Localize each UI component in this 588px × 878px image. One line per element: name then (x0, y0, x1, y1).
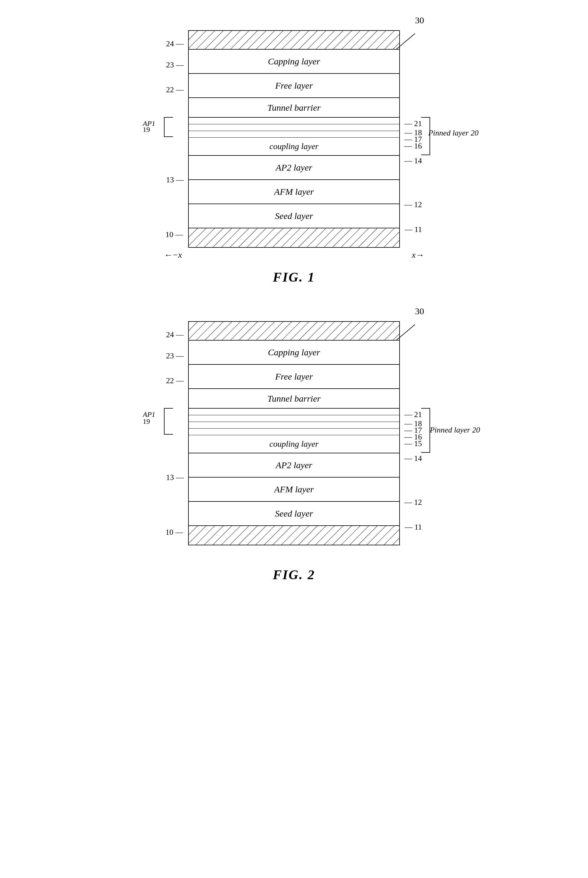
free-layer-fig1: Free layer (189, 74, 399, 98)
free-layer-fig2: Free layer (189, 365, 399, 389)
capping-layer-fig2: Capping layer (189, 340, 399, 365)
ref-21-fig2: — 21 (404, 410, 422, 419)
ref-12-fig1: — 12 (404, 200, 422, 209)
ref-19-fig1: 19 (143, 126, 150, 134)
afm-layer-fig2: AFM layer (189, 478, 399, 502)
ref-21-fig1: — 21 (404, 119, 422, 128)
tunnel-barrier-fig2: Tunnel barrier (189, 389, 399, 409)
ref-14-fig2: — 14 (404, 454, 422, 463)
tunnel-barrier-fig1: Tunnel barrier (189, 98, 399, 118)
axis-left-fig1: ←−x (164, 250, 182, 260)
ap1-group-fig2 (189, 409, 399, 435)
ref-24-fig2: 24 — (166, 330, 184, 339)
seed-layer-fig1: Seed layer (189, 204, 399, 228)
ref-10-fig2: 10 — (165, 528, 183, 537)
axis-right-fig1: x→ (412, 250, 424, 260)
ref-23-fig2: 23 — (166, 351, 184, 361)
svg-rect-5 (189, 322, 399, 340)
ref-22-fig1: 22 — (166, 85, 184, 94)
coupling-layer-fig2: coupling layer (189, 435, 399, 453)
capping-layer-fig1: Capping layer (189, 49, 399, 74)
afm-layer-fig1: AFM layer (189, 180, 399, 204)
ap2-layer-fig2: AP2 layer (189, 453, 399, 478)
coupling-layer-fig1: coupling layer (189, 138, 399, 156)
ref-30-label-fig2: 30 (415, 306, 424, 316)
ref-22-fig2: 22 — (166, 376, 184, 385)
ref-11-fig2: — 11 (404, 523, 422, 532)
ref-24-fig1: 24 — (166, 39, 184, 48)
ap1-group-fig1 (189, 118, 399, 138)
ref-11-fig1: — 11 (404, 225, 422, 234)
ref-19-fig2: 19 (143, 417, 150, 426)
ap2-layer-fig1: AP2 layer (189, 156, 399, 180)
ref-13-fig1: 13 — (166, 175, 184, 184)
ref-13-fig2: 13 — (166, 473, 184, 482)
svg-rect-3 (189, 228, 399, 247)
ref-10-fig1: 10 — (165, 230, 183, 239)
ref-12-fig2: — 12 (404, 498, 422, 507)
fig2-caption: FIG. 2 (140, 567, 448, 583)
figure-1-container: 30 (140, 30, 448, 285)
svg-rect-7 (189, 526, 399, 545)
page: 30 (0, 0, 588, 878)
hatched-top-fig2 (189, 322, 399, 340)
hatched-bottom-fig2 (189, 526, 399, 545)
ref-30-label-fig1: 30 (415, 15, 424, 25)
hatched-bottom-fig1 (189, 228, 399, 247)
seed-layer-fig2: Seed layer (189, 502, 399, 526)
hatched-top-fig1 (189, 31, 399, 49)
ref-14-fig1: — 14 (404, 156, 422, 165)
ref-15-fig2: — 15 (404, 439, 422, 448)
ref-23-fig1: 23 — (166, 60, 184, 70)
svg-rect-1 (189, 31, 399, 49)
pinned-label-fig2: Pinned layer 20 (430, 426, 480, 435)
ref-16-fig1: — 16 (404, 142, 422, 151)
figure-2-container: 30 (140, 321, 448, 583)
fig1-caption: FIG. 1 (140, 270, 448, 285)
pinned-label-fig1: Pinned layer 20 (428, 129, 478, 138)
